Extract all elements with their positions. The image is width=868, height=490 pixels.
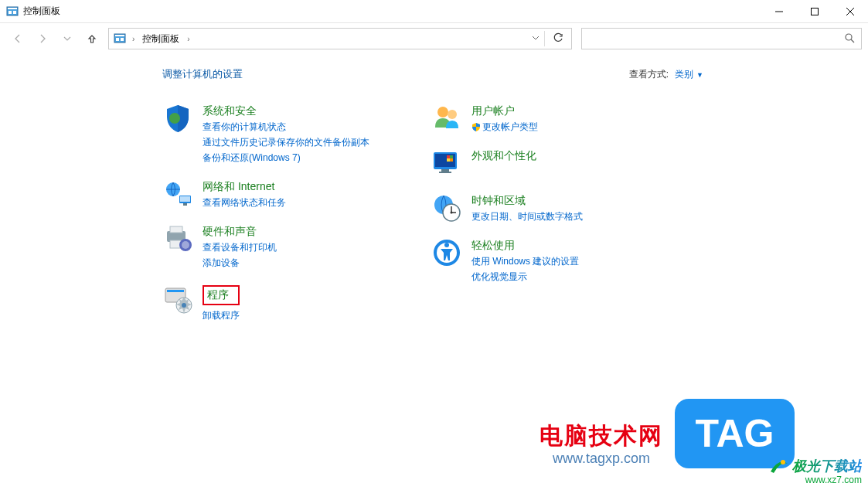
category-link[interactable]: 使用 Windows 建议的设置 [471,254,579,268]
chevron-down-icon: ▼ [696,71,703,79]
svg-rect-26 [167,290,184,292]
svg-rect-11 [121,38,124,41]
category-column-right: 用户帐户 更改帐户类型 外观和个性化 时钟和区域 更改日期、时间或数字格式 [431,103,583,322]
breadcrumb-item[interactable]: 控制面板 [139,32,182,46]
svg-rect-3 [13,11,16,14]
svg-rect-37 [447,158,450,162]
swoosh-icon [769,456,789,476]
watermark-xz7: 极光下载站 www.xz7.com [769,456,862,485]
svg-rect-1 [8,8,17,9]
category-title[interactable]: 用户帐户 [471,104,538,118]
watermark-tagxp: 电脑技术网 www.tagxp.com [540,420,663,467]
watermark-url: www.tagxp.com [540,451,663,467]
up-button[interactable] [80,28,104,49]
category-link[interactable]: 查看网络状态和任务 [203,196,286,209]
close-button[interactable] [832,0,868,23]
watermark-text: 极光下载站 [792,457,862,475]
window-title: 控制面板 [23,5,60,18]
svg-rect-33 [441,169,449,172]
address-bar[interactable]: › 控制面板 › [108,28,572,49]
view-by-label: 查看方式: [629,68,669,81]
svg-point-29 [437,107,448,117]
category-ease-of-access: 轻松使用 使用 Windows 建议的设置 优化视觉显示 [431,237,583,284]
category-programs: 程序 卸载程序 [162,284,369,322]
category-link[interactable]: 卸载程序 [203,308,240,322]
forward-button[interactable] [31,28,54,49]
category-link[interactable]: 查看设备和打印机 [203,240,277,254]
category-column-left: 系统和安全 查看你的计算机状态 通过文件历史记录保存你的文件备份副本 备份和还原… [162,103,369,322]
printer-icon [162,223,193,254]
programs-icon [162,284,193,315]
category-clock-region: 时钟和区域 更改日期、时间或数字格式 [431,192,583,223]
user-accounts-icon [431,103,462,134]
category-network: 网络和 Internet 查看网络状态和任务 [162,179,369,209]
category-user-accounts: 用户帐户 更改帐户类型 [431,103,583,134]
category-title[interactable]: 系统和安全 [203,104,369,118]
svg-line-13 [851,39,854,43]
search-input[interactable] [582,33,844,44]
category-link[interactable]: 添加设备 [203,256,277,270]
watermark-text: 电脑技术网 [540,420,663,452]
svg-point-14 [169,113,180,124]
svg-rect-21 [170,226,182,233]
category-system-security: 系统和安全 查看你的计算机状态 通过文件历史记录保存你的文件备份副本 备份和还原… [162,103,369,165]
view-by-dropdown[interactable]: 类别▼ [675,68,703,81]
control-panel-icon [6,5,19,18]
svg-rect-10 [116,38,119,41]
category-title[interactable]: 程序 [207,288,229,301]
watermark-url: www.xz7.com [769,475,862,485]
category-title[interactable]: 硬件和声音 [203,225,277,239]
uac-shield-icon [471,122,481,131]
svg-rect-38 [450,158,453,162]
svg-rect-34 [439,172,451,173]
ease-of-access-icon [431,237,462,268]
svg-point-30 [448,110,457,119]
category-hardware: 硬件和声音 查看设备和打印机 添加设备 [162,223,369,270]
chevron-right-icon[interactable]: › [184,35,192,43]
refresh-button[interactable] [545,32,571,46]
svg-rect-9 [115,35,124,36]
category-link[interactable]: 优化视觉显示 [471,270,579,284]
category-link[interactable]: 备份和还原(Windows 7) [203,151,369,165]
category-title[interactable]: 外观和个性化 [471,149,536,163]
address-dropdown[interactable] [527,34,544,43]
shield-icon [162,103,193,134]
minimize-button[interactable] [761,0,797,23]
svg-point-46 [444,243,449,247]
category-link[interactable]: 更改日期、时间或数字格式 [471,209,583,223]
highlight-box: 程序 [203,285,240,305]
page-title: 调整计算机的设置 [162,68,243,81]
category-link[interactable]: 通过文件历史记录保存你的文件备份副本 [203,135,369,149]
category-appearance: 外观和个性化 [431,148,583,179]
category-title[interactable]: 轻松使用 [471,239,579,253]
svg-point-43 [451,212,453,214]
search-box[interactable] [581,28,862,49]
appearance-icon [431,148,462,179]
navbar: › 控制面板 › [0,23,868,54]
svg-rect-2 [9,11,12,14]
back-button[interactable] [6,28,29,49]
category-title[interactable]: 网络和 Internet [203,180,286,194]
breadcrumb: › 控制面板 › [129,32,193,46]
svg-rect-35 [447,155,450,158]
svg-point-12 [846,34,852,40]
svg-rect-36 [450,155,453,158]
category-link[interactable]: 更改帐户类型 [471,120,538,134]
recent-locations-button[interactable] [56,28,79,49]
clock-icon [431,192,462,223]
control-panel-icon [114,32,126,45]
chevron-right-icon[interactable]: › [129,35,138,43]
maximize-button[interactable] [797,0,832,23]
svg-rect-5 [812,8,819,15]
tag-badge-text: TAG [696,411,774,456]
svg-rect-18 [180,196,190,202]
svg-point-24 [182,241,189,249]
network-icon [162,179,193,209]
category-title[interactable]: 时钟和区域 [471,194,583,208]
search-icon[interactable] [844,32,855,46]
svg-point-47 [781,460,785,464]
titlebar: 控制面板 [0,0,868,23]
category-link[interactable]: 查看你的计算机状态 [203,120,369,134]
content-area: 调整计算机的设置 查看方式: 类别▼ 系统和安全 查看你的计算机状态 通过文件历… [0,54,868,322]
svg-rect-19 [183,203,187,206]
